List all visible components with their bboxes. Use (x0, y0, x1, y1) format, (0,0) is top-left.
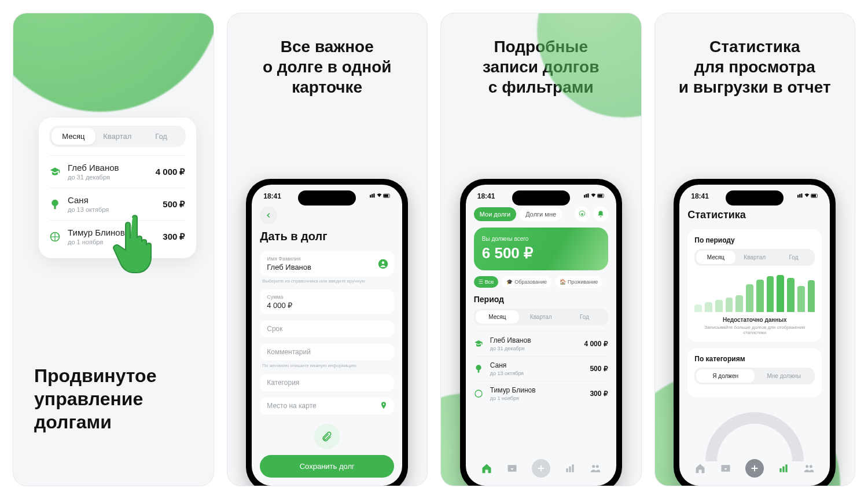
save-button[interactable]: Сохранить долг (260, 455, 394, 478)
bar (694, 304, 702, 312)
svg-rect-12 (598, 195, 602, 197)
bar (797, 286, 805, 313)
by-period-card: По периоду Месяц Квартал Год Недостаточн… (687, 229, 822, 342)
bell-icon[interactable] (593, 207, 608, 222)
svg-rect-8 (584, 195, 585, 198)
by-category-card: По категориям Я должен Мне должны (687, 348, 822, 397)
due-field[interactable]: Срок (260, 320, 394, 337)
section-period: Период (474, 295, 608, 304)
food-icon (474, 364, 483, 373)
list-item[interactable]: Саня до 13 октября 500 ₽ (474, 356, 608, 381)
screen-title: Дать в долг (260, 230, 394, 243)
svg-rect-3 (374, 193, 375, 197)
bar (735, 295, 743, 312)
chip-debts-to-me[interactable]: Долги мне (520, 207, 562, 221)
education-icon (49, 166, 61, 178)
bottom-tabbar (474, 457, 608, 480)
phone-notch (726, 190, 784, 206)
bar (746, 284, 753, 312)
tab-home-icon[interactable] (694, 463, 706, 474)
svg-rect-26 (783, 467, 785, 472)
panel-headline: Статистика для просмотра и выгрузки в от… (655, 13, 855, 97)
category-field[interactable]: Категория (260, 374, 394, 391)
svg-point-13 (581, 213, 583, 215)
chip-my-debts[interactable]: Мои долги (474, 207, 516, 221)
svg-rect-20 (797, 195, 799, 198)
top-chips: Мои долги Долги мне (474, 207, 608, 222)
bar-chart (694, 271, 815, 312)
tab-inbox-icon[interactable] (506, 463, 518, 474)
screenshot-panel-3: Подробные записи долгов с фильтрами 18:4… (440, 13, 642, 486)
svg-rect-17 (572, 464, 573, 472)
filter-all[interactable]: ☰Все (474, 276, 499, 288)
status-time: 18:41 (477, 192, 495, 200)
period-tabs: Месяц Квартал Год (694, 249, 815, 266)
tab-add-button[interactable] (745, 459, 764, 478)
comment-field[interactable]: Комментарий (260, 343, 394, 361)
by-category-title: По категориям (694, 355, 815, 363)
phone-mockup: 18:41 Мои долги Долги мне (460, 179, 622, 486)
svg-rect-10 (587, 193, 589, 197)
tab-quarter[interactable]: Квартал (519, 310, 562, 324)
contact-icon[interactable] (378, 259, 388, 269)
tab-year[interactable]: Год (774, 251, 813, 264)
list-item[interactable]: Тимур Блинов до 1 ноября 300 ₽ (474, 381, 608, 406)
tab-quarter[interactable]: Квартал (735, 251, 774, 264)
svg-point-14 (475, 390, 482, 397)
svg-rect-2 (372, 194, 373, 197)
no-data-title: Недостаточно данных (694, 317, 815, 323)
svg-rect-9 (586, 194, 587, 197)
svg-point-29 (810, 465, 812, 468)
filter-education[interactable]: 🎓Образование (502, 276, 551, 288)
svg-rect-15 (566, 468, 568, 472)
attach-button[interactable] (314, 424, 340, 449)
tab-month[interactable]: Месяц (696, 251, 735, 264)
back-button[interactable] (260, 207, 277, 224)
debt-list-card: Месяц Квартал Год Глеб Иванов до 31 дека… (39, 118, 196, 258)
bar (808, 280, 815, 312)
bar (705, 302, 712, 312)
tab-add-button[interactable] (532, 459, 550, 478)
svg-rect-27 (786, 464, 788, 472)
tab-i-owe[interactable]: Я должен (696, 369, 755, 383)
status-time: 18:41 (691, 192, 709, 200)
svg-rect-24 (812, 195, 816, 197)
tab-stats-icon[interactable] (778, 463, 789, 474)
period-tabs: Месяц Квартал Год (49, 126, 186, 147)
phone-mockup: 18:41 Статистика По периоду Месяц Кварта… (674, 179, 836, 486)
svg-point-28 (806, 465, 808, 468)
status-time: 18:41 (263, 192, 281, 200)
education-icon (474, 339, 483, 348)
list-item[interactable]: Глеб Иванов до 31 декабря 4 000 ₽ (49, 155, 186, 188)
tab-inbox-icon[interactable] (720, 463, 731, 474)
svg-rect-21 (799, 194, 800, 197)
tab-year[interactable]: Год (562, 310, 606, 324)
place-field[interactable]: Место на карте (260, 397, 394, 414)
tab-year[interactable]: Год (139, 128, 183, 145)
panel-headline: Продвинутое управление долгами (34, 364, 156, 434)
list-item[interactable]: Тимур Блинов до 1 ноября 300 ₽ (49, 220, 186, 252)
status-icons (797, 193, 818, 200)
by-period-title: По периоду (694, 236, 815, 244)
amount-field[interactable]: Сумма 4 000 ₽ (260, 289, 394, 314)
food-icon (49, 199, 61, 210)
settings-icon[interactable] (575, 207, 590, 222)
tab-month[interactable]: Месяц (52, 128, 95, 145)
filter-living[interactable]: 🏠Проживание (555, 276, 602, 288)
sport-icon (474, 389, 483, 398)
tab-stats-icon[interactable] (564, 463, 576, 474)
tab-month[interactable]: Месяц (476, 310, 519, 324)
no-data-sub: Записывайте больше долгов для отображени… (694, 325, 815, 335)
debt-amount: 500 ₽ (163, 199, 185, 210)
bar (756, 280, 764, 312)
list-item[interactable]: Глеб Иванов до 31 декабря 4 000 ₽ (474, 331, 608, 356)
pointer-hand-icon (111, 212, 168, 276)
tab-quarter[interactable]: Квартал (95, 128, 139, 145)
tab-people-icon[interactable] (803, 463, 815, 474)
svg-point-19 (596, 465, 599, 468)
name-field[interactable]: Имя Фамилия Глеб Иванов (260, 251, 394, 276)
total-card: Вы должны всего 6 500 ₽ (474, 228, 608, 270)
tab-owe-me[interactable]: Мне должны (755, 369, 813, 383)
tab-people-icon[interactable] (590, 463, 601, 474)
tab-home-icon[interactable] (481, 463, 492, 474)
